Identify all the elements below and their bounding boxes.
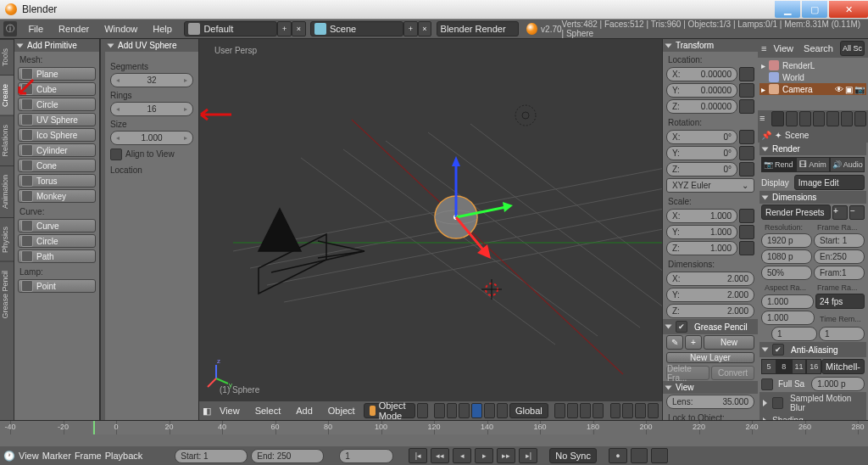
loc-x-input[interactable]: X:0.00000 xyxy=(666,67,737,81)
motion-blur-header[interactable]: Sampled Motion Blur xyxy=(760,392,866,414)
render-presets-select[interactable]: Render Presets xyxy=(761,204,831,220)
grease-pencil-header[interactable]: Grease Pencil xyxy=(663,319,758,334)
dim-x-input[interactable]: X:2.000 xyxy=(666,272,754,286)
aa-8-button[interactable]: 8 xyxy=(776,359,792,374)
current-frame-field[interactable]: 1 xyxy=(339,449,393,463)
res-pct-input[interactable]: 50% xyxy=(761,266,812,280)
render-engine-selector[interactable]: Blender Render xyxy=(437,21,519,36)
aa-5-button[interactable]: 5 xyxy=(761,359,776,374)
rot-z-lock-icon[interactable] xyxy=(739,162,754,176)
aa-size-input[interactable]: 1.000 p xyxy=(811,377,865,391)
scale-y-input[interactable]: Y:1.000 xyxy=(666,225,737,239)
keying-set-add-icon[interactable] xyxy=(651,448,668,463)
add-curve-button[interactable]: Curve xyxy=(18,219,96,232)
play-button[interactable]: ▸ xyxy=(475,448,493,463)
outliner-menu-search[interactable]: Search xyxy=(800,43,837,53)
prev-keyframe-button[interactable]: ◂◂ xyxy=(431,448,449,463)
outliner-row-renderlayers[interactable]: ▸RenderL xyxy=(760,59,866,71)
operator-header[interactable]: Add UV Sphere xyxy=(105,39,198,52)
gp-new-button[interactable]: New xyxy=(704,335,754,350)
manipulator-translate[interactable] xyxy=(471,403,482,418)
rotation-mode-select[interactable]: XYZ Euler⌄ xyxy=(666,178,754,193)
rot-x-lock-icon[interactable] xyxy=(739,130,754,144)
tab-create[interactable]: Create xyxy=(0,75,14,115)
fps-select[interactable]: 24 fps xyxy=(815,294,865,309)
lens-input[interactable]: Lens:35.000 xyxy=(666,395,754,409)
aa-11-button[interactable]: 11 xyxy=(792,359,807,374)
start-frame-input[interactable]: Start: 1 xyxy=(814,233,865,248)
window-maximize-button[interactable]: ▢ xyxy=(802,1,827,18)
tab-animation[interactable]: Animation xyxy=(0,165,14,217)
outliner-filter-selector[interactable]: All Sc xyxy=(840,41,865,56)
gp-new-layer-button[interactable]: New Layer xyxy=(666,352,754,363)
layers-button-3[interactable] xyxy=(580,403,591,418)
preset-add-button[interactable]: + xyxy=(832,205,848,220)
layers-button-1[interactable] xyxy=(554,403,565,418)
context-object-tab[interactable] xyxy=(826,111,838,126)
editor-type-3dview-icon[interactable]: ◧ xyxy=(203,406,211,417)
context-constraints-tab[interactable] xyxy=(841,111,853,126)
add-monkey-button[interactable]: Monkey xyxy=(18,189,96,203)
remove-layout-button[interactable]: × xyxy=(292,21,306,36)
screen-layout-selector[interactable]: Default xyxy=(184,21,277,36)
time-old-input[interactable]: 1 xyxy=(771,327,817,341)
timeline-menu-marker[interactable]: Marker xyxy=(42,451,71,461)
render-tab-audio[interactable]: 🔊Audio xyxy=(830,157,865,172)
properties-editor-icon[interactable]: ≡ xyxy=(760,113,770,125)
loc-z-lock-icon[interactable] xyxy=(739,99,754,114)
scale-z-lock-icon[interactable] xyxy=(739,241,754,255)
end-frame-input[interactable]: En:250 xyxy=(814,249,865,264)
res-x-input[interactable]: 1920 p xyxy=(761,233,812,248)
pivot-button-2[interactable] xyxy=(447,403,458,418)
transform-header[interactable]: Transform xyxy=(663,39,758,52)
size-input[interactable]: ◂1.000▸ xyxy=(110,131,193,145)
gp-draw-icon[interactable]: ✎ xyxy=(666,335,683,350)
scale-y-lock-icon[interactable] xyxy=(739,225,754,239)
dim-y-input[interactable]: Y:2.000 xyxy=(666,288,754,302)
layers-button-2[interactable] xyxy=(567,403,578,418)
3d-menu-object[interactable]: Object xyxy=(321,406,362,416)
menu-window[interactable]: Window xyxy=(97,20,145,38)
add-cone-button[interactable]: Cone xyxy=(18,159,96,172)
rings-input[interactable]: ◂16▸ xyxy=(110,102,193,116)
rot-z-input[interactable]: Z:0° xyxy=(666,162,737,176)
menu-help[interactable]: Help xyxy=(145,20,180,38)
scale-z-input[interactable]: Z:1.000 xyxy=(666,241,737,255)
mode-selector[interactable]: Object Mode xyxy=(364,403,416,418)
tab-tools[interactable]: Tools xyxy=(0,39,14,75)
next-keyframe-button[interactable]: ▸▸ xyxy=(497,448,515,463)
layers-button-4[interactable] xyxy=(593,403,604,418)
3d-viewport[interactable]: User Persp xyxy=(199,39,662,420)
gp-delete-button[interactable]: Delete Fra... xyxy=(666,366,709,380)
res-y-input[interactable]: 1080 p xyxy=(761,249,812,264)
add-layout-button[interactable]: + xyxy=(277,21,292,36)
dim-z-input[interactable]: Z:2.000 xyxy=(666,304,754,318)
timeline-menu-frame[interactable]: Frame xyxy=(75,451,102,461)
add-torus-button[interactable]: Torus xyxy=(18,174,96,188)
aa-section-header[interactable]: Anti-Aliasing xyxy=(760,342,866,357)
add-cube-button[interactable]: Cube xyxy=(18,82,96,96)
3d-cursor[interactable] xyxy=(481,279,502,300)
loc-x-lock-icon[interactable] xyxy=(739,67,754,81)
scale-x-input[interactable]: X:1.000 xyxy=(666,209,737,223)
snap-type[interactable] xyxy=(622,403,633,418)
3d-menu-add[interactable]: Add xyxy=(289,406,320,416)
editor-type-icon[interactable]: ⓘ xyxy=(3,21,17,36)
render-anim-button[interactable] xyxy=(648,403,659,418)
sync-mode-select[interactable]: No Sync xyxy=(549,448,597,463)
aspect-y-input[interactable]: 1.000 xyxy=(761,311,815,325)
camera-object[interactable] xyxy=(259,209,364,294)
add-plane-button[interactable]: Plane xyxy=(18,67,96,81)
rot-y-lock-icon[interactable] xyxy=(739,146,754,160)
display-mode-select[interactable]: Image Edit xyxy=(794,175,865,190)
add-cylinder-button[interactable]: Cylinder xyxy=(18,143,96,157)
pivot-button[interactable] xyxy=(434,403,445,418)
dimensions-section-header[interactable]: Dimensions xyxy=(760,191,866,204)
scale-x-lock-icon[interactable] xyxy=(739,209,754,223)
add-scene-button[interactable]: + xyxy=(403,21,418,36)
window-close-button[interactable]: ✕ xyxy=(829,1,868,18)
shading-header[interactable]: Shading xyxy=(760,414,866,420)
align-to-view-checkbox[interactable]: Align to View xyxy=(105,145,198,162)
manipulator-rotate[interactable] xyxy=(484,403,495,418)
3d-menu-view[interactable]: View xyxy=(213,406,247,416)
